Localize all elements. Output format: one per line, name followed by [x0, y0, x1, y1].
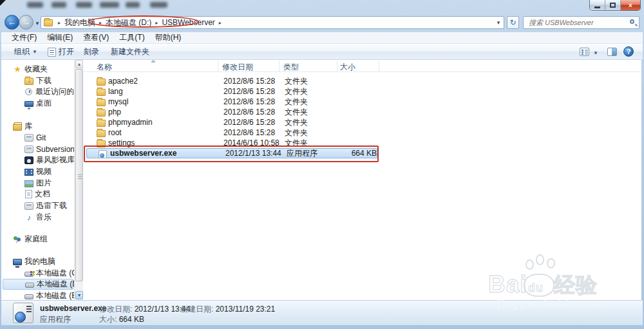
size-label: 大小: [99, 315, 117, 324]
blurred-titlebar-item [76, 2, 92, 8]
burn-button[interactable]: 刻录 [84, 46, 99, 57]
drive-icon [24, 294, 33, 299]
system-drive-icon [24, 272, 33, 277]
maximize-icon [610, 3, 616, 8]
navigation-pane: ★收藏夹 下载 最近访问的位置 桌面 库 Git Subversion 暴风影视… [1, 60, 74, 300]
recent-pages-dropdown[interactable]: ▼ [35, 21, 40, 26]
drive-icon [25, 283, 34, 288]
sidebar-item-pictures[interactable]: 图片 [24, 178, 52, 189]
sidebar-group-homegroup[interactable]: 家庭组 [13, 234, 48, 245]
minimize-button[interactable] [590, 0, 605, 10]
menu-tools[interactable]: 工具(T) [119, 32, 144, 43]
blurred-titlebar-item [150, 2, 167, 8]
sidebar-item-thunder-downloads[interactable]: 迅雷下载 [24, 200, 67, 211]
file-row-php[interactable]: php2012/8/6 15:28文件夹 [85, 107, 639, 117]
videos-icon [24, 169, 33, 176]
folder-icon [97, 79, 106, 86]
sidebar-item-downloads[interactable]: 下载 [24, 75, 52, 86]
address-dropdown-icon[interactable]: ▼ [496, 20, 501, 26]
paw-icon [547, 258, 555, 268]
file-row-settings[interactable]: settings2014/6/16 10:58文件夹 [85, 138, 639, 148]
library-icon [24, 202, 33, 210]
column-headers: 名称 修改日期 类型 大小 [84, 60, 641, 72]
sidebar-group-libraries[interactable]: 库 [13, 121, 32, 132]
sidebar-group-favorites[interactable]: ★收藏夹 [13, 64, 48, 75]
file-row-root[interactable]: root2012/8/6 15:28文件夹 [85, 127, 639, 138]
file-list: 名称 修改日期 类型 大小 apache22012/8/6 15:28文件夹 l… [84, 60, 641, 300]
sidebar-item-documents[interactable]: 文档 [24, 189, 50, 200]
details-file-type: 应用程序 [40, 314, 71, 325]
sidebar-item-local-disk-c[interactable]: 本地磁盘 (C:) [24, 268, 74, 279]
close-button[interactable]: × [621, 0, 640, 10]
breadcrumb-my-computer[interactable]: 我的电脑 [64, 17, 95, 28]
library-icon [24, 134, 33, 142]
scrollbar-thumb[interactable] [75, 69, 83, 281]
scroll-up-button[interactable]: ▲ [75, 60, 83, 68]
organize-button[interactable]: 组织▼ [14, 46, 37, 57]
column-name[interactable]: 名称 [97, 62, 112, 73]
blurred-titlebar-item [126, 2, 140, 8]
scroll-down-button[interactable]: ▼ [75, 291, 83, 299]
file-row-phpmyadmin[interactable]: phpmyadmin2012/8/6 15:28文件夹 [85, 117, 639, 127]
libraries-icon [13, 124, 22, 131]
breadcrumb-local-disk-d[interactable]: 本地磁盘 (D:) [106, 17, 151, 28]
paw-icon [526, 259, 534, 270]
search-box[interactable] [523, 16, 639, 29]
breadcrumb-separator: ▸ [99, 20, 102, 26]
blurred-titlebar-item [100, 2, 119, 8]
column-size[interactable]: 大小 [340, 62, 355, 73]
sidebar-item-music[interactable]: ♪音乐 [24, 212, 52, 223]
sidebar-item-local-disk-d[interactable]: 本地磁盘 (D:) [3, 279, 73, 290]
open-button[interactable]: 打开 [48, 46, 74, 57]
forward-button[interactable]: → [19, 15, 33, 30]
file-row-lang[interactable]: lang2012/8/6 15:28文件夹 [85, 86, 639, 97]
content-area: ★收藏夹 下载 最近访问的位置 桌面 库 Git Subversion 暴风影视… [1, 60, 641, 300]
documents-icon [25, 190, 32, 198]
menu-view[interactable]: 查看(V) [83, 32, 109, 43]
command-bar: 组织▼ 打开 刻录 新建文件夹 ▼ ? [1, 44, 643, 60]
minimize-icon [594, 6, 600, 8]
file-row-usbwebserver-exe[interactable]: usbwebserver.exe 2012/1/13 13:44 应用程序 66… [86, 148, 377, 158]
folder-icon [44, 19, 53, 26]
sidebar-item-local-disk-e[interactable]: 本地磁盘 (E:) [24, 290, 74, 300]
breadcrumb-usbwebserver[interactable]: USBWebserver [162, 18, 214, 27]
sidebar-item-videos[interactable]: 视频 [24, 166, 52, 177]
sidebar-item-recent-places[interactable]: 最近访问的位置 [24, 86, 74, 97]
menu-bar: 文件(F) 编辑(E) 查看(V) 工具(T) 帮助(H) [1, 32, 643, 44]
size-value: 664 KB [119, 315, 144, 324]
sidebar-item-desktop[interactable]: 桌面 [24, 98, 52, 109]
sidebar-item-subversion[interactable]: Subversion [24, 144, 74, 155]
menu-file[interactable]: 文件(F) [12, 32, 37, 43]
menu-edit[interactable]: 编辑(E) [47, 32, 73, 43]
storm-video-icon [24, 156, 33, 164]
help-icon: ? [627, 48, 631, 55]
back-button[interactable]: ← [5, 15, 19, 30]
search-icon [630, 19, 634, 24]
chevron-down-icon[interactable]: ▼ [593, 50, 598, 56]
file-row-apache2[interactable]: apache22012/8/6 15:28文件夹 [85, 76, 639, 86]
open-file-icon [48, 48, 56, 57]
breadcrumb-separator: ▸ [58, 20, 61, 26]
sidebar-item-storm-library[interactable]: 暴风影视库 [24, 155, 74, 165]
maximize-button[interactable] [605, 0, 621, 10]
column-date-modified[interactable]: 修改日期 [222, 62, 253, 73]
created-value: 2013/11/19 23:21 [216, 305, 276, 314]
address-bar[interactable]: ▸ 我的电脑 ▸ 本地磁盘 (D:) ▸ USBWebserver ▸ ▼ [41, 16, 504, 29]
help-button[interactable]: ? [623, 46, 634, 57]
navigation-bar: ← → ▼ ▸ 我的电脑 ▸ 本地磁盘 (D:) ▸ USBWebserver … [0, 14, 644, 32]
menu-help[interactable]: 帮助(H) [155, 32, 182, 43]
sidebar-scrollbar[interactable]: ▲ ▼ [74, 60, 83, 300]
details-pane: usbwebserver.exe 修改日期: 2012/1/13 13:44 创… [1, 300, 643, 325]
refresh-button[interactable]: ↻ [507, 16, 519, 29]
column-type[interactable]: 类型 [283, 62, 299, 73]
sidebar-item-git[interactable]: Git [24, 132, 46, 143]
file-row-mysql[interactable]: mysql2012/8/6 15:28文件夹 [85, 97, 639, 107]
breadcrumb-separator: ▸ [219, 20, 222, 26]
details-file-name: usbwebserver.exe [40, 304, 106, 313]
modified-label: 修改日期: [99, 305, 132, 314]
sidebar-group-my-computer[interactable]: 我的电脑 [13, 256, 55, 267]
search-input[interactable] [527, 17, 624, 28]
change-view-button[interactable] [580, 48, 589, 56]
new-folder-button[interactable]: 新建文件夹 [111, 46, 149, 57]
preview-pane-button[interactable] [607, 48, 617, 56]
